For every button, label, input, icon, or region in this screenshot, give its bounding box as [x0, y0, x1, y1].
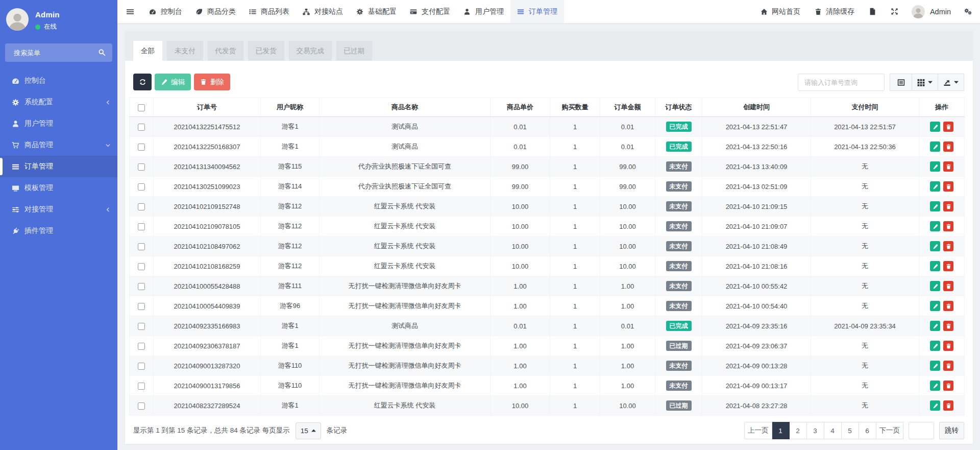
tab-unpaid[interactable]: 未支付	[167, 41, 203, 61]
row-edit-button[interactable]	[930, 181, 940, 192]
pagination-page-1[interactable]: 1	[772, 422, 790, 439]
row-delete-button[interactable]	[943, 261, 953, 271]
row-checkbox[interactable]	[138, 402, 145, 410]
tab-to-ship[interactable]: 代发货	[208, 41, 244, 61]
row-edit-button[interactable]	[930, 261, 940, 271]
row-checkbox[interactable]	[138, 223, 145, 230]
row-edit-button[interactable]	[930, 321, 940, 331]
sidebar-item-template-manage[interactable]: 模板管理	[0, 177, 117, 199]
tab-expired[interactable]: 已过期	[336, 41, 373, 61]
row-checkbox[interactable]	[138, 243, 145, 250]
pagination-prev[interactable]: 上一页	[744, 422, 772, 439]
row-delete-button[interactable]	[943, 141, 953, 152]
nav-item-user-manage[interactable]: 用户管理	[457, 0, 510, 23]
toggle-view-button[interactable]	[890, 74, 912, 91]
cell-created: 2021-04-13 22:50:16	[702, 137, 811, 157]
row-edit-button[interactable]	[930, 122, 940, 132]
nav-item-dashboard[interactable]: 控制台	[142, 0, 189, 23]
export-button[interactable]	[938, 74, 964, 91]
row-edit-button[interactable]	[930, 201, 940, 211]
row-checkbox[interactable]	[138, 124, 145, 131]
row-delete-button[interactable]	[943, 400, 953, 411]
row-edit-button[interactable]	[930, 381, 940, 391]
tab-shipped[interactable]: 已发货	[248, 41, 284, 61]
row-checkbox[interactable]	[138, 263, 145, 270]
row-edit-button[interactable]	[930, 221, 940, 231]
pagination-page-5[interactable]: 5	[842, 422, 859, 439]
row-checkbox[interactable]	[138, 283, 145, 290]
row-checkbox[interactable]	[138, 303, 145, 310]
cell-product: 测试商品	[320, 316, 491, 336]
row-delete-button[interactable]	[943, 361, 953, 371]
row-edit-button[interactable]	[930, 241, 940, 251]
pagination-page-6[interactable]: 6	[859, 422, 876, 439]
nav-item-product-category[interactable]: 商品分类	[189, 0, 242, 23]
tab-all[interactable]: 全部	[133, 41, 162, 61]
row-checkbox[interactable]	[138, 323, 145, 330]
columns-button[interactable]	[912, 74, 938, 91]
search-icon[interactable]	[98, 49, 106, 56]
row-checkbox[interactable]	[138, 203, 145, 210]
row-delete-button[interactable]	[943, 122, 953, 132]
delete-button[interactable]: 删除	[194, 74, 230, 90]
sidebar-item-plugin-manage[interactable]: 插件管理	[0, 220, 117, 242]
sidebar-item-system-config[interactable]: 系统配置	[0, 91, 117, 113]
order-search-input[interactable]	[798, 74, 885, 91]
cell-paid: 2021-04-13 22:50:36	[811, 137, 919, 157]
row-delete-button[interactable]	[943, 221, 953, 231]
row-delete-button[interactable]	[943, 161, 953, 172]
row-edit-button[interactable]	[930, 301, 940, 311]
sidebar-item-order-manage[interactable]: 订单管理	[0, 156, 117, 177]
navbar-user-menu[interactable]: Admin	[905, 0, 957, 23]
row-edit-button[interactable]	[930, 361, 940, 371]
pagination-page-3[interactable]: 3	[807, 422, 824, 439]
sidebar-item-user-manage[interactable]: 用户管理	[0, 113, 117, 134]
sidebar-item-connect-manage[interactable]: 对接管理	[0, 199, 117, 220]
row-checkbox[interactable]	[138, 163, 145, 171]
row-checkbox[interactable]	[138, 363, 145, 370]
jump-page-input[interactable]	[909, 422, 934, 439]
nav-item-site-home[interactable]: 网站首页	[753, 0, 807, 23]
edit-button[interactable]: 编辑	[155, 74, 191, 90]
row-checkbox[interactable]	[138, 343, 145, 350]
row-delete-button[interactable]	[943, 341, 953, 351]
page-size-select[interactable]: 15	[296, 422, 321, 439]
nav-item-payment-config[interactable]: 支付配置	[403, 0, 457, 23]
sidebar-search-input[interactable]	[5, 43, 112, 62]
settings-button[interactable]	[957, 0, 979, 23]
sidebar-item-dashboard[interactable]: 控制台	[0, 70, 117, 91]
pagination-page-2[interactable]: 2	[790, 422, 807, 439]
pagination-next[interactable]: 下一页	[876, 422, 904, 439]
row-edit-button[interactable]	[930, 341, 940, 351]
cell-price: 10.00	[491, 396, 550, 416]
row-edit-button[interactable]	[930, 281, 940, 291]
sidebar-item-product-manage[interactable]: 商品管理	[0, 134, 117, 156]
fullscreen-button[interactable]	[884, 0, 905, 23]
nav-item-site-connect[interactable]: 对接站点	[296, 0, 350, 23]
row-delete-button[interactable]	[943, 281, 953, 291]
row-delete-button[interactable]	[943, 321, 953, 331]
nav-item-basic-config[interactable]: 基础配置	[350, 0, 403, 23]
jump-button[interactable]: 跳转	[939, 422, 964, 439]
pagination-page-4[interactable]: 4	[824, 422, 842, 439]
sidebar-toggle-button[interactable]	[125, 0, 135, 23]
row-delete-button[interactable]	[943, 381, 953, 391]
row-edit-button[interactable]	[930, 161, 940, 172]
row-edit-button[interactable]	[930, 400, 940, 411]
row-edit-button[interactable]	[930, 141, 940, 152]
row-delete-button[interactable]	[943, 241, 953, 251]
language-button[interactable]	[862, 0, 884, 23]
select-all-checkbox[interactable]	[138, 104, 145, 111]
nav-item-order-manage[interactable]: 订单管理	[510, 0, 564, 23]
row-checkbox[interactable]	[138, 183, 145, 191]
tab-completed[interactable]: 交易完成	[289, 41, 332, 61]
row-delete-button[interactable]	[943, 181, 953, 192]
avatar[interactable]	[6, 8, 29, 31]
row-checkbox[interactable]	[138, 383, 145, 390]
nav-item-product-list[interactable]: 商品列表	[242, 0, 296, 23]
row-delete-button[interactable]	[943, 301, 953, 311]
row-delete-button[interactable]	[943, 201, 953, 211]
refresh-button[interactable]	[133, 74, 152, 90]
row-checkbox[interactable]	[138, 144, 145, 151]
nav-item-clear-cache[interactable]: 清除缓存	[807, 0, 862, 23]
